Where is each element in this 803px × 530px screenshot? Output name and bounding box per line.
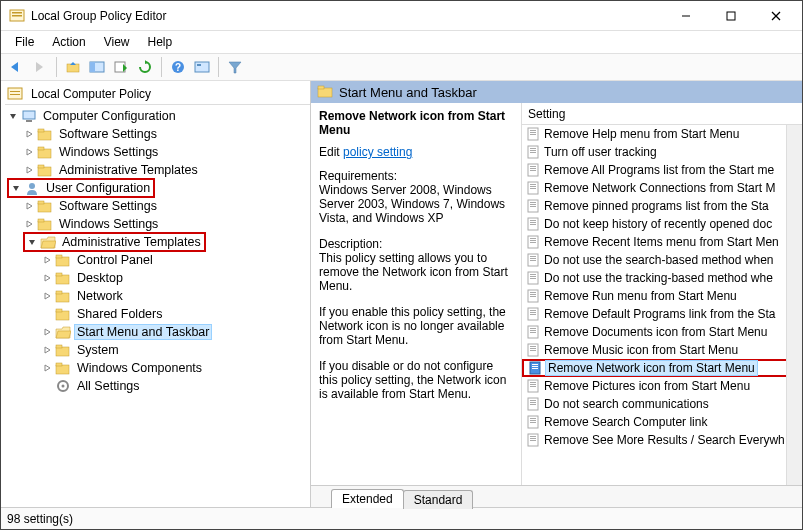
setting-row[interactable]: Remove Music icon from Start Menu — [522, 341, 802, 359]
svg-rect-21 — [8, 88, 22, 99]
tree-label[interactable]: Desktop — [75, 271, 125, 285]
tree-label[interactable]: Windows Components — [75, 361, 204, 375]
tree-label[interactable]: User Configuration — [44, 181, 152, 195]
details-header: Start Menu and Taskbar — [311, 81, 802, 103]
setting-row[interactable]: Remove Documents icon from Start Menu — [522, 323, 802, 341]
refresh-button[interactable] — [134, 56, 156, 78]
setting-row[interactable]: Remove Pictures icon from Start Menu — [522, 377, 802, 395]
svg-rect-85 — [530, 186, 536, 187]
help-button[interactable]: ? — [167, 56, 189, 78]
twisty-icon[interactable] — [41, 362, 53, 374]
tree-label[interactable]: Administrative Templates — [57, 163, 200, 177]
twisty-icon[interactable] — [10, 182, 22, 194]
svg-rect-108 — [530, 292, 536, 293]
scrollbar[interactable] — [786, 125, 802, 485]
tab-extended[interactable]: Extended — [331, 489, 404, 508]
tree-label[interactable]: Software Settings — [57, 127, 159, 141]
twisty-icon[interactable] — [41, 290, 53, 302]
setting-row[interactable]: Remove Help menu from Start Menu — [522, 125, 802, 143]
setting-row[interactable]: Remove Recent Items menu from Start Men — [522, 233, 802, 251]
twisty-icon[interactable] — [41, 326, 53, 338]
tree-node[interactable]: Software Settings — [5, 197, 310, 215]
setting-row[interactable]: Remove Network icon from Start Menu — [522, 359, 802, 377]
twisty-icon[interactable] — [41, 344, 53, 356]
svg-marker-44 — [29, 240, 35, 245]
tree-label[interactable]: Administrative Templates — [60, 235, 203, 249]
maximize-button[interactable] — [708, 2, 753, 30]
tree-label[interactable]: Software Settings — [57, 199, 159, 213]
tree-node[interactable]: Start Menu and Taskbar — [5, 323, 310, 341]
setting-row[interactable]: Do not keep history of recently opened d… — [522, 215, 802, 233]
setting-row[interactable]: Remove See More Results / Search Everywh — [522, 431, 802, 449]
show-hide-tree-button[interactable] — [86, 56, 108, 78]
twisty-icon[interactable] — [23, 146, 35, 158]
menu-action[interactable]: Action — [44, 33, 93, 51]
setting-row[interactable]: Remove All Programs list from the Start … — [522, 161, 802, 179]
settings-list-header[interactable]: Setting — [522, 103, 802, 125]
tab-standard[interactable]: Standard — [403, 490, 474, 509]
up-button[interactable] — [62, 56, 84, 78]
svg-rect-126 — [532, 368, 538, 369]
tree-node[interactable]: Network — [5, 287, 310, 305]
twisty-icon[interactable] — [23, 164, 35, 176]
tree-node[interactable]: Administrative Templates — [5, 233, 310, 251]
tree-label[interactable]: Network — [75, 289, 125, 303]
tree-label[interactable]: Computer Configuration — [41, 109, 178, 123]
tree-node[interactable]: Desktop — [5, 269, 310, 287]
menu-file[interactable]: File — [7, 33, 42, 51]
setting-row[interactable]: Remove Run menu from Start Menu — [522, 287, 802, 305]
tree-root-label[interactable]: Local Computer Policy — [31, 87, 151, 101]
setting-row[interactable]: Remove Search Computer link — [522, 413, 802, 431]
filter-button[interactable] — [224, 56, 246, 78]
tree-node[interactable]: All Settings — [5, 377, 310, 395]
twisty-icon[interactable] — [23, 128, 35, 140]
close-button[interactable] — [753, 2, 798, 30]
forward-button[interactable] — [29, 56, 51, 78]
setting-row[interactable]: Remove Default Programs link from the St… — [522, 305, 802, 323]
tree-label[interactable]: Windows Settings — [57, 145, 160, 159]
tree-node[interactable]: Windows Components — [5, 359, 310, 377]
minimize-button[interactable] — [663, 2, 708, 30]
tree-node[interactable]: Software Settings — [5, 125, 310, 143]
twisty-icon[interactable] — [7, 110, 19, 122]
tree-node[interactable]: Shared Folders — [5, 305, 310, 323]
svg-rect-125 — [532, 366, 538, 367]
setting-row[interactable]: Do not search communications — [522, 395, 802, 413]
back-button[interactable] — [5, 56, 27, 78]
tree-label[interactable]: Control Panel — [75, 253, 155, 267]
twisty-icon[interactable] — [41, 272, 53, 284]
policy-setting-link[interactable]: policy setting — [343, 145, 412, 159]
tree-pane: Local Computer Policy Computer Configura… — [1, 81, 311, 507]
twisty-icon[interactable] — [41, 254, 53, 266]
svg-rect-84 — [530, 184, 536, 185]
menu-view[interactable]: View — [96, 33, 138, 51]
twisty-icon[interactable] — [23, 218, 35, 230]
tree-label[interactable]: Windows Settings — [57, 217, 160, 231]
twisty-icon[interactable] — [26, 236, 38, 248]
tree-node[interactable]: Control Panel — [5, 251, 310, 269]
tree-label[interactable]: Shared Folders — [75, 307, 164, 321]
svg-marker-10 — [70, 62, 76, 65]
menu-help[interactable]: Help — [140, 33, 181, 51]
setting-row[interactable]: Do not use the tracking-based method whe — [522, 269, 802, 287]
policy-icon — [526, 343, 540, 357]
properties-button[interactable] — [191, 56, 213, 78]
setting-row[interactable]: Turn off user tracking — [522, 143, 802, 161]
setting-row[interactable]: Do not use the search-based method when — [522, 251, 802, 269]
tree[interactable]: Computer ConfigurationSoftware SettingsW… — [5, 107, 310, 395]
tree-label[interactable]: System — [75, 343, 121, 357]
tree-label[interactable]: All Settings — [75, 379, 142, 393]
tree-node[interactable]: Computer Configuration — [5, 107, 310, 125]
tree-node[interactable]: Windows Settings — [5, 143, 310, 161]
tree-node[interactable]: System — [5, 341, 310, 359]
tree-node[interactable]: User Configuration — [5, 179, 310, 197]
tree-node[interactable]: Administrative Templates — [5, 161, 310, 179]
svg-rect-113 — [530, 312, 536, 313]
tree-node[interactable]: Windows Settings — [5, 215, 310, 233]
setting-row[interactable]: Remove pinned programs list from the Sta — [522, 197, 802, 215]
svg-rect-62 — [56, 347, 69, 356]
tree-label[interactable]: Start Menu and Taskbar — [75, 325, 211, 339]
setting-row[interactable]: Remove Network Connections from Start M — [522, 179, 802, 197]
export-button[interactable] — [110, 56, 132, 78]
twisty-icon[interactable] — [23, 200, 35, 212]
